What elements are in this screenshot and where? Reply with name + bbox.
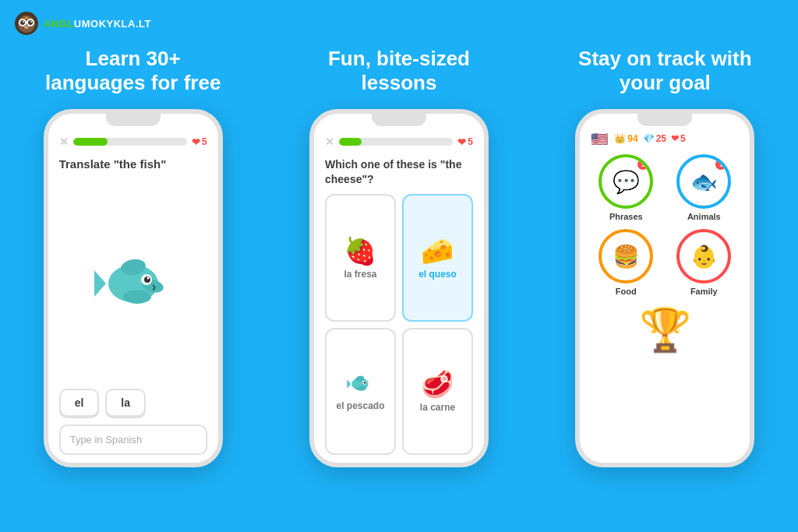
card-label-3: la carne xyxy=(420,402,455,413)
heading-3: Stay on track withyour goal xyxy=(570,47,760,95)
skill-label-phrases: Phrases xyxy=(609,212,643,221)
skill-label-food: Food xyxy=(616,287,637,296)
p3-hearts: ❤ 5 xyxy=(671,133,686,144)
question-label-2: Which one of these is "the cheese"? xyxy=(325,157,473,185)
progress-bar-bg-1 xyxy=(73,138,187,146)
card-label-2: el pescado xyxy=(336,400,384,411)
skill-label-animals: Animals xyxy=(687,212,721,221)
translate-label-1: Translate "the fish" xyxy=(59,157,207,171)
hearts-2: ❤ 5 xyxy=(457,136,473,148)
svg-point-16 xyxy=(147,277,149,280)
skill-badge-phrases: 2 xyxy=(637,159,648,170)
col-3: Stay on track withyour goal 🇺🇸 👑 94 💎 25 xyxy=(532,47,798,467)
p3-hearts-value: 5 xyxy=(680,133,686,144)
logo-area: ANGLUMOKYKLA.LT xyxy=(14,11,151,36)
skill-emoji-phrases: 💬 xyxy=(613,169,640,195)
skill-emoji-animals: 🐟 xyxy=(690,169,718,195)
card-emoji-3: 🥩 xyxy=(421,371,454,397)
skill-emoji-family: 👶 xyxy=(690,244,718,270)
phone-1: ✕ ❤ 5 Translate "the fish" xyxy=(44,109,223,467)
grid-card-2[interactable]: el pescado xyxy=(325,328,396,456)
trophy-area: 🏆 xyxy=(591,305,739,354)
col-1: Learn 30+languages for free ✕ ❤ 5 Transl… xyxy=(0,47,266,467)
gem-icon: 💎 xyxy=(643,133,655,144)
card-emoji-0: 🍓 xyxy=(344,238,376,264)
card-emoji-1: 🧀 xyxy=(421,238,454,264)
p3-heart-icon: ❤ xyxy=(671,133,679,144)
svg-point-4 xyxy=(20,20,25,25)
word-chip-el[interactable]: el xyxy=(59,389,100,417)
progress-bar-fill-1 xyxy=(73,138,108,146)
xp-value: 94 xyxy=(627,133,637,144)
heart-icon-1: ❤ xyxy=(192,136,200,148)
skill-circle-family: 👶 xyxy=(676,229,731,284)
svg-point-7 xyxy=(30,21,32,23)
xp-badge: 👑 94 xyxy=(614,133,637,144)
card-label-0: la fresa xyxy=(344,269,376,280)
skill-circle-animals: 🐟 1 xyxy=(676,154,731,209)
card-fish-icon xyxy=(345,372,375,396)
phone-3: 🇺🇸 👑 94 💎 25 ❤ 5 xyxy=(575,109,754,467)
hearts-count-1: 5 xyxy=(202,136,207,147)
owl-logo-icon xyxy=(14,11,39,36)
skill-animals[interactable]: 🐟 1 Animals xyxy=(669,154,739,221)
word-chip-la[interactable]: la xyxy=(105,389,146,417)
grid-card-1[interactable]: 🧀 el queso xyxy=(402,194,473,322)
logo-text: ANGLUMOKYKLA.LT xyxy=(44,18,151,30)
type-input-placeholder[interactable]: Type in Spanish xyxy=(59,425,207,455)
svg-point-20 xyxy=(357,386,366,391)
progress-bar-bg-2 xyxy=(339,138,453,146)
card-label-1: el queso xyxy=(418,269,457,280)
phone-notch-3 xyxy=(637,114,692,126)
phone-top-bar-2: ✕ ❤ 5 xyxy=(325,136,473,148)
skill-circle-food: 🍔 xyxy=(598,229,653,284)
svg-point-6 xyxy=(23,21,24,23)
fish-illustration xyxy=(90,248,176,319)
svg-point-5 xyxy=(28,20,33,25)
grid-card-0[interactable]: 🍓 la fresa xyxy=(325,194,396,322)
gem-value: 25 xyxy=(656,133,666,144)
progress-bar-fill-2 xyxy=(339,138,362,146)
skill-family[interactable]: 👶 Family xyxy=(669,229,739,296)
main-columns: Learn 30+languages for free ✕ ❤ 5 Transl… xyxy=(0,0,798,532)
svg-point-12 xyxy=(123,290,151,304)
skill-badge-animals: 1 xyxy=(715,159,726,170)
skill-label-family: Family xyxy=(690,287,718,296)
phone-notch-1 xyxy=(106,114,161,126)
hearts-1: ❤ 5 xyxy=(192,136,207,148)
close-button-2[interactable]: ✕ xyxy=(325,136,334,148)
svg-point-8 xyxy=(24,26,29,29)
col-2: Fun, bite-sizedlessons ✕ ❤ 5 Which one o… xyxy=(266,47,531,467)
svg-marker-10 xyxy=(94,270,106,297)
phone-top-bar-1: ✕ ❤ 5 xyxy=(59,136,207,148)
close-button-1[interactable]: ✕ xyxy=(59,136,69,148)
skills-grid: 💬 2 Phrases 🐟 1 Animals xyxy=(591,154,739,296)
svg-point-22 xyxy=(364,382,366,384)
answer-grid: 🍓 la fresa 🧀 el queso xyxy=(325,194,473,456)
word-chips-area: el la xyxy=(59,389,207,417)
gem-badge: 💎 25 xyxy=(643,133,666,144)
phone3-top-bar: 🇺🇸 👑 94 💎 25 ❤ 5 xyxy=(591,132,739,145)
fish-area xyxy=(59,178,207,389)
grid-card-3[interactable]: 🥩 la carne xyxy=(402,328,473,456)
skill-circle-phrases: 💬 2 xyxy=(598,154,653,209)
skill-phrases[interactable]: 💬 2 Phrases xyxy=(591,154,661,221)
us-flag: 🇺🇸 xyxy=(591,132,609,145)
skill-emoji-food: 🍔 xyxy=(613,244,640,270)
heart-icon-2: ❤ xyxy=(457,136,466,148)
phone-notch-2 xyxy=(372,114,426,126)
phone-2: ✕ ❤ 5 Which one of these is "the cheese"… xyxy=(309,109,489,467)
svg-marker-18 xyxy=(348,380,351,389)
hearts-count-2: 5 xyxy=(468,136,473,147)
heading-2: Fun, bite-sizedlessons xyxy=(320,47,478,95)
heading-1: Learn 30+languages for free xyxy=(37,47,228,95)
trophy-icon: 🏆 xyxy=(639,305,691,354)
skill-food[interactable]: 🍔 Food xyxy=(591,229,661,296)
xp-icon: 👑 xyxy=(614,133,626,144)
